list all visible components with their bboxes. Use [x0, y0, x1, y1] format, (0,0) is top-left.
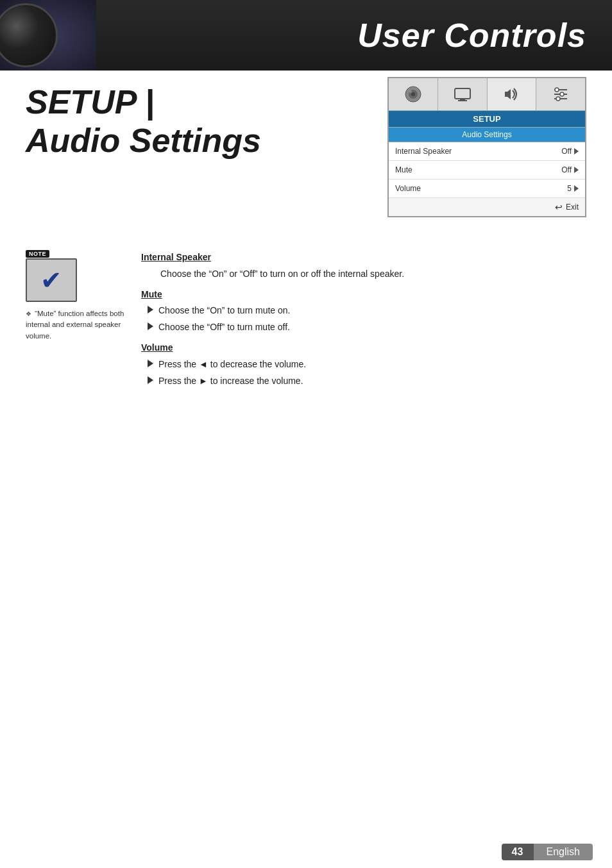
menu-item-value-arrow: 5: [567, 184, 579, 193]
menu-setup-label: SETUP: [389, 111, 585, 128]
svg-rect-5: [460, 99, 465, 100]
arrow-right-icon: [574, 185, 579, 192]
menu-icon-audio[interactable]: [488, 78, 537, 110]
bullet-arrow-icon: [148, 306, 153, 313]
camera-lens-icon: [0, 3, 58, 67]
menu-item-internal-speaker[interactable]: Internal Speaker Off: [389, 142, 585, 161]
note-badge: NOTE: [26, 250, 49, 258]
menu-item-mute[interactable]: Mute Off: [389, 161, 585, 179]
bullet-arrow-icon: [148, 322, 153, 330]
header-image: [0, 0, 96, 71]
svg-point-12: [556, 97, 560, 101]
internal-speaker-text: Choose the “On” or “Off” to turn on or o…: [141, 267, 586, 282]
mute-bullets: Choose the “On” to turn mute on. Choose …: [141, 303, 586, 335]
volume-bullet-2: Press the ► to increase the volume.: [141, 374, 586, 389]
svg-point-3: [409, 90, 412, 93]
svg-point-10: [555, 88, 559, 92]
volume-bullet-1: Press the ◄ to decrease the volume.: [141, 357, 586, 372]
page-language: English: [534, 844, 593, 860]
note-section: NOTE ✔ ❖ “Mute” function affects both in…: [26, 247, 128, 342]
page-title: User Controls: [357, 16, 586, 54]
menu-panel: SETUP Audio Settings Internal Speaker Of…: [387, 77, 586, 217]
menu-item-volume[interactable]: Volume 5: [389, 179, 585, 198]
menu-audio-label: Audio Settings: [389, 128, 585, 142]
arrow-right-icon: [574, 167, 579, 173]
mute-bullet-2: Choose the “Off” to turn mute off.: [141, 320, 586, 335]
menu-item-label: Internal Speaker: [395, 147, 452, 156]
header-bar: User Controls: [0, 0, 612, 71]
checkmark-icon: ✔: [40, 265, 62, 295]
mute-bullet-1: Choose the “On” to turn mute on.: [141, 303, 586, 319]
menu-item-label: Mute: [395, 165, 412, 174]
exit-label: Exit: [566, 203, 579, 212]
svg-rect-6: [458, 100, 467, 101]
menu-icons-row: [389, 78, 585, 111]
menu-exit-row[interactable]: ↩ Exit: [389, 198, 585, 216]
svg-point-11: [560, 92, 564, 96]
note-caption: ❖ “Mute” function affects both internal …: [26, 308, 128, 342]
arrow-right-icon: [574, 148, 579, 154]
menu-icon-settings[interactable]: [536, 78, 585, 110]
menu-item-value-arrow: Off: [561, 165, 579, 174]
menu-item-value-arrow: Off: [561, 147, 579, 156]
menu-icon-image[interactable]: [389, 78, 438, 110]
internal-speaker-heading: Internal Speaker: [141, 250, 586, 265]
section-title-area: SETUP | Audio Settings: [26, 83, 295, 160]
menu-item-label: Volume: [395, 184, 421, 193]
page-number-area: 43 English: [502, 844, 593, 860]
volume-bullets: Press the ◄ to decrease the volume. Pres…: [141, 357, 586, 389]
note-image-box: ✔: [26, 258, 77, 302]
svg-point-2: [411, 92, 415, 96]
volume-heading: Volume: [141, 340, 586, 356]
menu-icon-display[interactable]: [438, 78, 488, 110]
svg-rect-4: [455, 88, 470, 99]
page-number: 43: [502, 844, 534, 860]
section-title: SETUP | Audio Settings: [26, 83, 295, 160]
footer: 43 English: [0, 836, 612, 868]
mute-heading: Mute: [141, 287, 586, 303]
bullet-arrow-icon: [148, 376, 153, 384]
content-area: Internal Speaker Choose the “On” or “Off…: [141, 250, 586, 390]
bullet-arrow-icon: [148, 360, 153, 367]
bullet-icon: ❖: [26, 310, 31, 317]
exit-arrow-icon: ↩: [555, 202, 563, 212]
